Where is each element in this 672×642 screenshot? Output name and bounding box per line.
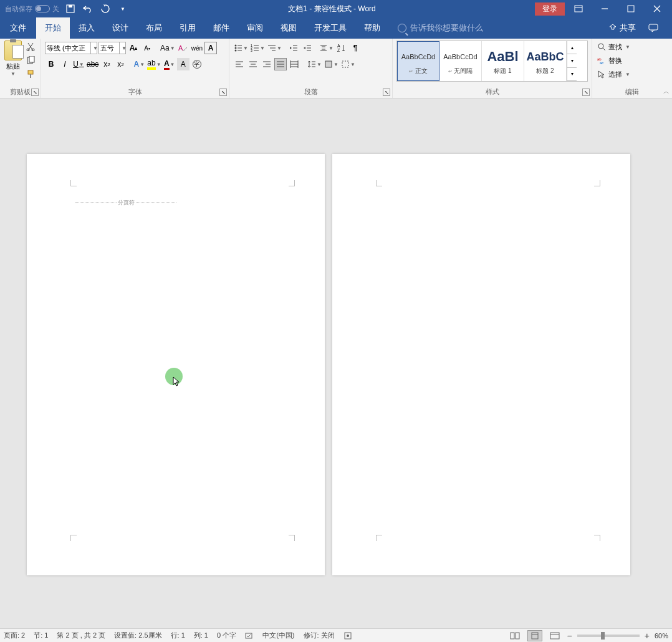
paragraph-launcher[interactable]: ⤡	[383, 89, 390, 96]
numbering-icon[interactable]: 123▼	[250, 42, 266, 54]
char-shading-icon[interactable]: A	[177, 58, 190, 70]
clipboard-launcher[interactable]: ⤡	[31, 89, 39, 96]
comments-icon[interactable]	[641, 21, 666, 36]
tab-design[interactable]: 设计	[103, 17, 137, 39]
superscript-button[interactable]: x2	[114, 58, 127, 70]
undo-icon[interactable]	[82, 2, 94, 15]
web-layout-icon[interactable]	[547, 630, 562, 641]
status-position[interactable]: 设置值: 2.5厘米	[114, 631, 161, 640]
align-justify-icon[interactable]	[274, 58, 287, 70]
char-border-icon[interactable]: A	[204, 42, 217, 54]
styles-more-icon[interactable]: ▾	[567, 68, 577, 81]
save-icon[interactable]	[64, 2, 77, 15]
minimize-icon[interactable]	[592, 1, 617, 16]
tellme-search[interactable]: 告诉我你想要做什么	[389, 17, 492, 39]
collapse-ribbon-icon[interactable]: ︿	[663, 87, 670, 96]
line-spacing-icon[interactable]: ▼	[307, 58, 322, 70]
paste-button[interactable]: 粘贴 ▼	[4, 41, 22, 80]
font-name-combo[interactable]: 等线 (中文正▼	[45, 42, 97, 54]
tab-references[interactable]: 引用	[171, 17, 204, 39]
format-painter-icon[interactable]	[24, 68, 37, 80]
status-column[interactable]: 列: 1	[194, 631, 208, 640]
find-button[interactable]: 查找▼	[596, 41, 668, 53]
phonetic-guide-icon[interactable]: wén	[191, 42, 203, 54]
select-button[interactable]: 选择▼	[596, 68, 668, 80]
window-title: 文档1 - 兼容性模式 - Word	[129, 4, 535, 14]
autosave-toggle[interactable]: 自动保存 关	[5, 4, 59, 14]
page-2[interactable]	[332, 154, 630, 575]
distributed-icon[interactable]	[288, 58, 300, 70]
tab-home[interactable]: 开始	[36, 17, 70, 39]
decrease-indent-icon[interactable]	[287, 42, 300, 54]
status-page-of[interactable]: 第 2 页 , 共 2 页	[57, 631, 105, 640]
tab-file[interactable]: 文件	[0, 17, 36, 39]
status-section[interactable]: 节: 1	[34, 631, 48, 640]
enclose-char-icon[interactable]: 字	[191, 58, 203, 70]
highlight-icon[interactable]: ab▼	[146, 58, 161, 70]
align-right-icon[interactable]	[261, 58, 273, 70]
change-case-icon[interactable]: Aa▼	[160, 42, 176, 54]
zoom-in-button[interactable]: +	[645, 631, 650, 641]
multilevel-list-icon[interactable]: ▼	[267, 42, 282, 54]
status-language[interactable]: 中文(中国)	[262, 631, 294, 640]
font-color-icon[interactable]: A▼	[163, 58, 176, 70]
login-button[interactable]: 登录	[535, 2, 565, 16]
copy-icon[interactable]	[24, 54, 37, 67]
tab-insert[interactable]: 插入	[70, 17, 103, 39]
shrink-font-icon[interactable]: A▾	[141, 42, 153, 54]
tab-help[interactable]: 帮助	[355, 17, 389, 39]
strikethrough-button[interactable]: abc	[86, 58, 99, 70]
increase-indent-icon[interactable]	[301, 42, 314, 54]
style-normal[interactable]: AaBbCcDd ↵ 正文	[397, 41, 439, 81]
status-page[interactable]: 页面: 2	[4, 631, 25, 640]
tab-developer[interactable]: 开发工具	[305, 17, 355, 39]
print-layout-icon[interactable]	[527, 630, 542, 641]
grow-font-icon[interactable]: A▴	[127, 42, 140, 54]
style-no-spacing[interactable]: AaBbCcDd ↵ 无间隔	[439, 41, 482, 81]
tab-layout[interactable]: 布局	[137, 17, 171, 39]
text-effects-icon[interactable]: A▼	[133, 58, 145, 70]
status-line[interactable]: 行: 1	[171, 631, 185, 640]
macro-icon[interactable]	[343, 631, 352, 640]
style-heading1[interactable]: AaBl 标题 1	[482, 41, 524, 81]
subscript-button[interactable]: x2	[100, 58, 113, 70]
zoom-level[interactable]: 60%	[655, 632, 668, 640]
bullets-icon[interactable]: ▼	[233, 42, 249, 54]
underline-button[interactable]: U▼	[72, 58, 85, 70]
shading-icon[interactable]: ▼	[324, 58, 339, 70]
close-icon[interactable]	[645, 1, 670, 16]
italic-button[interactable]: I	[59, 58, 71, 70]
tab-mailings[interactable]: 邮件	[204, 17, 238, 39]
zoom-out-button[interactable]: −	[567, 631, 572, 641]
bold-button[interactable]: B	[45, 58, 57, 70]
sort-icon[interactable]: AZ	[335, 42, 348, 54]
font-launcher[interactable]: ⤡	[219, 89, 227, 96]
page-1[interactable]: 分页符	[27, 154, 325, 575]
style-heading2[interactable]: AaBbC 标题 2	[524, 41, 567, 81]
asian-layout-icon[interactable]: ▼	[319, 42, 334, 54]
status-track-changes[interactable]: 修订: 关闭	[304, 631, 335, 640]
read-mode-icon[interactable]	[507, 630, 522, 641]
status-wordcount[interactable]: 0 个字	[217, 631, 236, 640]
tab-view[interactable]: 视图	[272, 17, 305, 39]
styles-down-icon[interactable]: ▾	[567, 54, 577, 67]
spellcheck-icon[interactable]	[245, 631, 254, 640]
borders-icon[interactable]: ▼	[340, 58, 356, 70]
tab-review[interactable]: 审阅	[238, 17, 272, 39]
maximize-icon[interactable]	[618, 1, 643, 16]
qat-customize-icon[interactable]: ▼	[117, 2, 129, 15]
align-left-icon[interactable]	[233, 58, 246, 70]
align-center-icon[interactable]	[247, 58, 259, 70]
document-canvas[interactable]: 分页符	[0, 98, 672, 628]
cut-icon[interactable]	[24, 41, 37, 53]
share-button[interactable]: 共享	[608, 22, 636, 34]
redo-icon[interactable]	[99, 2, 112, 15]
styles-up-icon[interactable]: ▴	[567, 41, 577, 54]
zoom-slider[interactable]	[577, 635, 640, 637]
show-marks-icon[interactable]: ¶	[349, 42, 362, 54]
styles-launcher[interactable]: ⤡	[582, 89, 590, 96]
font-size-combo[interactable]: 五号▼	[98, 42, 126, 54]
ribbon-display-icon[interactable]	[566, 1, 591, 16]
clear-format-icon[interactable]: A	[177, 42, 190, 54]
replace-button[interactable]: abac 替换	[596, 54, 668, 67]
